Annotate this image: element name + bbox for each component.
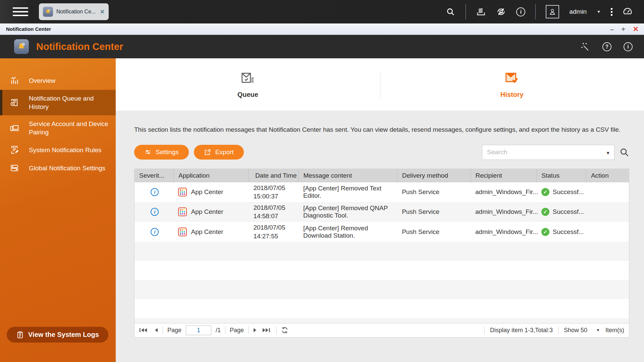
col-header-delivery-method[interactable]: Delivery method — [397, 169, 471, 182]
pager-divider — [163, 326, 163, 334]
delivery-method: Push Service — [397, 222, 471, 242]
message-content: [App Center] Removed Text Editor. — [299, 182, 397, 202]
clipboard-icon — [16, 331, 24, 339]
topbar-divider — [535, 4, 536, 19]
notification-bell-app-icon — [43, 7, 53, 17]
table-row[interactable]: i App Center 2018/07/0514:27:55 [App Cen… — [135, 222, 629, 242]
magic-wand-icon[interactable] — [580, 42, 590, 52]
export-icon — [204, 148, 211, 156]
sidebar-item-label: System Notification Rules — [29, 146, 101, 154]
search-icon[interactable] — [445, 7, 455, 17]
items-label: Item(s) — [605, 327, 624, 334]
next-page-icon[interactable] — [253, 327, 258, 333]
row-time: 15:00:37 — [253, 192, 295, 201]
more-menu-icon[interactable] — [611, 8, 612, 16]
search-input[interactable] — [482, 145, 614, 160]
history-table: Severit... Application Date and Time Mes… — [135, 169, 629, 242]
info-icon[interactable]: i — [516, 7, 525, 16]
external-device-sync-icon[interactable] — [496, 7, 506, 17]
refresh-icon[interactable] — [281, 326, 288, 334]
history-envelope-icon — [504, 71, 520, 86]
sidebar-item-service-account-device-pairing[interactable]: Service Account and Device Pairing — [0, 115, 116, 141]
page-size-select[interactable]: Show 50 ▼ — [564, 327, 600, 334]
table-row[interactable]: i App Center 2018/07/0514:58:07 [App Cen… — [135, 202, 629, 222]
col-header-application[interactable]: Application — [173, 169, 249, 182]
username-label[interactable]: admin — [569, 8, 587, 15]
page-size-caret-icon: ▼ — [596, 328, 600, 333]
toggles-icon — [0, 163, 29, 173]
sidebar-item-global-notification-settings[interactable]: Global Notification Settings — [0, 159, 116, 177]
page-label-2: Page — [230, 327, 244, 334]
status-text: Successf... — [553, 228, 584, 236]
desktop-top-bar: Notification Ce... ✕ i admin ▼ — [0, 0, 644, 23]
tab-queue[interactable]: Queue — [116, 58, 380, 111]
search-box: ▼ — [482, 145, 614, 160]
window-close-icon[interactable]: ✕ — [633, 25, 639, 33]
pager-divider — [225, 326, 225, 334]
col-header-date-time[interactable]: Date and Time — [249, 169, 299, 182]
search-dropdown-caret-icon[interactable]: ▼ — [606, 150, 610, 156]
about-icon[interactable]: i — [624, 42, 633, 51]
history-content: This section lists the notification mess… — [116, 111, 644, 362]
export-button-label: Export — [215, 148, 234, 156]
pager-divider — [248, 326, 249, 334]
app-center-icon — [178, 207, 187, 216]
sidebar-item-overview[interactable]: Overview — [0, 72, 116, 90]
application-name: App Center — [191, 208, 223, 216]
recipient: admin_Windows_Fir... — [471, 222, 537, 242]
sidebar-item-system-notification-rules[interactable]: System Notification Rules — [0, 141, 116, 159]
info-severity-icon: i — [151, 208, 159, 216]
tab-divider — [380, 72, 380, 99]
settings-button[interactable]: Settings — [134, 145, 189, 160]
user-avatar-icon[interactable] — [546, 5, 559, 18]
export-button[interactable]: Export — [194, 145, 244, 160]
tab-history[interactable]: History — [380, 58, 644, 111]
app-tab-notification-center[interactable]: Notification Ce... ✕ — [39, 3, 109, 20]
page-label: Page — [167, 327, 181, 334]
pager-divider — [484, 326, 485, 334]
application-name: App Center — [191, 228, 223, 236]
document-history-icon — [0, 98, 29, 107]
delivery-method: Push Service — [397, 202, 471, 222]
row-date: 2018/07/05 — [253, 203, 295, 212]
main-panel: Queue History This section lists the not… — [116, 58, 644, 362]
view-system-logs-button[interactable]: View the System Logs — [7, 327, 108, 343]
app-tab-label: Notification Ce... — [56, 9, 97, 15]
success-status-icon: ✓ — [541, 208, 549, 216]
first-page-icon[interactable] — [139, 327, 149, 333]
help-icon[interactable]: ? — [602, 42, 611, 51]
bar-chart-icon — [0, 76, 29, 85]
view-system-logs-label: View the System Logs — [28, 331, 99, 339]
app-tab-close-icon[interactable]: ✕ — [100, 8, 105, 15]
col-header-message-content[interactable]: Message content — [299, 169, 397, 182]
minimize-icon[interactable]: – — [610, 25, 614, 33]
maximize-icon[interactable]: + — [621, 25, 625, 33]
previous-page-icon[interactable] — [154, 327, 158, 333]
queue-envelope-icon — [240, 71, 256, 86]
row-time: 14:58:07 — [253, 212, 295, 221]
status-text: Successf... — [553, 208, 584, 216]
background-tasks-icon[interactable] — [476, 7, 486, 17]
message-content: [App Center] Removed Download Station. — [299, 222, 397, 242]
table-row[interactable]: i App Center 2018/07/0515:00:37 [App Cen… — [135, 182, 629, 202]
section-description: This section lists the notification mess… — [134, 125, 629, 134]
search-submit-icon[interactable] — [619, 147, 629, 157]
success-status-icon: ✓ — [541, 188, 549, 196]
dashboard-gauge-icon[interactable] — [623, 7, 633, 17]
col-header-recipient[interactable]: Recipient — [471, 169, 537, 182]
status-text: Successf... — [553, 188, 584, 196]
sidebar-item-notification-queue-history[interactable]: Notification Queue and History — [0, 90, 116, 115]
last-page-icon[interactable] — [262, 327, 272, 333]
app-center-icon — [178, 228, 187, 236]
user-menu-caret-icon[interactable]: ▼ — [597, 9, 601, 14]
col-header-severity[interactable]: Severit... — [135, 169, 173, 182]
col-header-action[interactable]: Action — [586, 169, 629, 182]
pager-divider — [276, 326, 277, 334]
page-number-input[interactable] — [186, 325, 211, 335]
table-header-row: Severit... Application Date and Time Mes… — [135, 169, 629, 182]
main-menu-icon[interactable] — [13, 6, 28, 17]
delivery-method: Push Service — [397, 182, 471, 202]
col-header-status[interactable]: Status — [537, 169, 586, 182]
toolbar: Settings Export ▼ — [134, 145, 629, 160]
tab-history-label: History — [500, 91, 524, 99]
